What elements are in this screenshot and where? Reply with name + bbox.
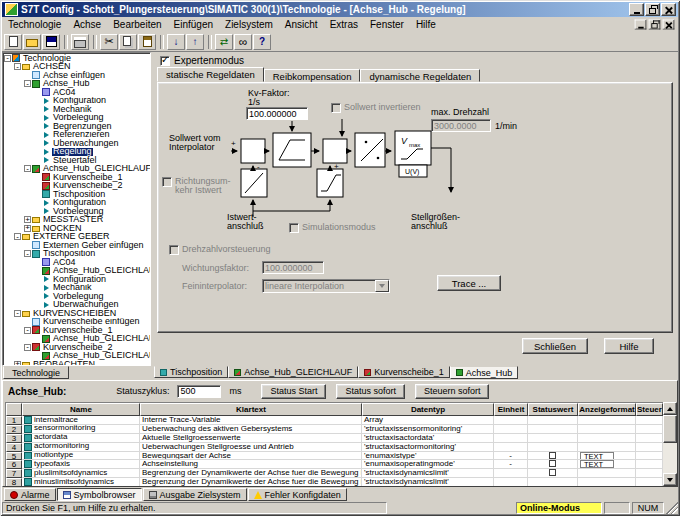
tree-item-ac04[interactable]: AC04 (3, 88, 150, 97)
tree-item-messtaster[interactable]: +MESSTASTER (3, 216, 150, 225)
expander-icon[interactable]: + (24, 216, 31, 223)
menu-item-fenster[interactable]: Fenster (364, 18, 410, 31)
document-tab-achse-hub-gleichlauf[interactable]: Achse_Hub_GLEICHLAUF (228, 366, 358, 378)
tree-item-berwachungen[interactable]: Überwachungen (3, 301, 150, 310)
expander-icon[interactable]: - (4, 55, 11, 62)
scrollbar-thumb[interactable] (663, 415, 677, 443)
upload-from-target-button[interactable] (186, 34, 204, 50)
menu-item-bearbeiten[interactable]: Bearbeiten (107, 18, 167, 31)
variable-name-cell[interactable]: internaltrace (22, 416, 140, 425)
tree-item-ac04[interactable]: AC04 (3, 258, 150, 267)
menu-item-einf-gen[interactable]: Einfügen (168, 18, 219, 31)
tree-item-kurvenscheibe-1[interactable]: Kurvenscheibe_1 (3, 173, 150, 182)
menu-item-ansicht[interactable]: Ansicht (279, 18, 324, 31)
statuswert-checkbox[interactable] (549, 469, 556, 476)
anzeigeformat-value[interactable]: TEXT (580, 452, 614, 460)
column-header-klartext[interactable]: Klartext (140, 403, 362, 416)
button-status-sofort[interactable]: Status sofort (336, 384, 405, 399)
expander-icon[interactable]: - (24, 327, 31, 334)
tree-item-externen-geber-einf-gen[interactable]: Externen Geber einfügen (3, 241, 150, 250)
tree-item-externe-geber[interactable]: -EXTERNE GEBER (3, 233, 150, 242)
variable-name-cell[interactable]: sensormonitoring (22, 425, 140, 434)
tree-item-kurvenscheibe-einf-gen[interactable]: Kurvenscheibe einfügen (3, 318, 150, 327)
monitor-button[interactable] (234, 34, 252, 50)
panel-tab-ausgabe-zielsystem[interactable]: Ausgabe Zielsystem (143, 488, 247, 501)
scroll-up-icon[interactable] (663, 402, 677, 415)
new-document-button[interactable] (4, 34, 22, 50)
tree-item-konfiguration[interactable]: Konfiguration (3, 275, 150, 284)
column-header-steuern[interactable]: Steuern (636, 403, 663, 416)
scroll-down-icon[interactable] (663, 473, 677, 486)
tree-item-achse-hub-gleichlauf[interactable]: Achse_Hub_GLEICHLAUF (3, 267, 150, 276)
panel-tab-symbolbrowser[interactable]: Symbolbrowser (57, 488, 142, 501)
restore-button[interactable] (645, 3, 660, 16)
help-button[interactable] (253, 34, 271, 50)
expander-icon[interactable]: - (24, 165, 31, 172)
menu-item-hilfe[interactable]: Hilfe (410, 18, 442, 31)
variable-name-cell[interactable]: typeofaxis (22, 460, 140, 469)
tree-item-achse-einf-gen[interactable]: Achse einfügen (3, 71, 150, 80)
tree-item-kurvenscheibe-2[interactable]: -Kurvenscheibe_2 (3, 343, 150, 352)
trace-button[interactable]: Trace ... (437, 275, 501, 291)
tab-statische-regeldaten[interactable]: statische Regeldaten (157, 67, 264, 82)
save-button[interactable] (42, 34, 60, 50)
tree-item-berwachungen[interactable]: Überwachungen (3, 139, 150, 148)
minimize-button[interactable] (629, 3, 644, 16)
hilfe-button[interactable]: Hilfe (604, 338, 654, 354)
tree-item-tischposition[interactable]: Tischposition (3, 190, 150, 199)
expander-icon[interactable]: - (24, 250, 31, 257)
table-scrollbar[interactable] (663, 402, 677, 486)
menu-item-zielsystem[interactable]: Zielsystem (219, 18, 279, 31)
expander-icon[interactable]: - (24, 344, 31, 351)
column-header-datentyp[interactable]: Datentyp (362, 403, 494, 416)
download-to-target-button[interactable] (167, 34, 185, 50)
tree-item-vorbelegung[interactable]: Vorbelegung (3, 207, 150, 216)
tree-item-regelung[interactable]: Regelung (3, 148, 150, 157)
statuswert-checkbox[interactable] (549, 460, 556, 467)
variable-name-cell[interactable]: minuslimitsofdynamics (22, 478, 140, 486)
go-online-button[interactable] (215, 34, 233, 50)
expander-icon[interactable]: - (14, 310, 21, 317)
cut-button[interactable] (100, 34, 118, 50)
statuswert-checkbox[interactable] (549, 452, 556, 459)
menu-item-extras[interactable]: Extras (324, 18, 364, 31)
tree-item-achse-hub-gleichlauf[interactable]: Achse_Hub_GLEICHLAUF (3, 335, 150, 344)
menu-item-achse[interactable]: Achse (67, 18, 107, 31)
schliessen-button[interactable]: Schließen (522, 338, 588, 354)
column-header-name[interactable]: Name (22, 403, 140, 416)
child-minimize-button[interactable] (635, 20, 647, 30)
tree-item-kurvenscheibe-1[interactable]: -Kurvenscheibe_1 (3, 326, 150, 335)
column-header-anzeigeformat[interactable]: Anzeigeformat (578, 403, 636, 416)
child-close-button[interactable] (663, 20, 675, 30)
tree-item-tischposition[interactable]: -Tischposition (3, 250, 150, 259)
tree-item-vorbelegung[interactable]: Vorbelegung (3, 114, 150, 123)
menu-item-technologie[interactable]: Technologie (2, 18, 67, 31)
expander-icon[interactable]: - (14, 233, 21, 240)
document-tab-kurvenscheibe-1[interactable]: Kurvenscheibe_1 (358, 366, 450, 378)
tree-item-referenzieren[interactable]: Referenzieren (3, 131, 150, 140)
statuszyklus-input[interactable] (177, 385, 221, 398)
variable-name-cell[interactable]: pluslimitsofdynamics (22, 469, 140, 478)
panel-tab-alarme[interactable]: Alarme (4, 488, 56, 501)
tree-item-vorbelegung[interactable]: Vorbelegung (3, 292, 150, 301)
close-button[interactable] (661, 3, 676, 16)
tree-item-konfiguration[interactable]: Konfiguration (3, 97, 150, 106)
tab-dynamische-regeldaten[interactable]: dynamische Regeldaten (360, 69, 480, 82)
paste-button[interactable] (138, 34, 156, 50)
column-header-statuswert[interactable]: Statuswert (528, 403, 578, 416)
button-status-start[interactable]: Status Start (261, 384, 326, 399)
tree-item-mechanik[interactable]: Mechanik (3, 284, 150, 293)
document-tab-achse-hub[interactable]: Achse_Hub (450, 366, 519, 379)
scrollbar-track[interactable] (663, 415, 677, 473)
tab-reibkompensation[interactable]: Reibkompensation (264, 69, 361, 82)
variable-name-cell[interactable]: motiontype (22, 452, 140, 461)
resize-grip[interactable] (666, 502, 678, 514)
tree-item-nocken[interactable]: +NOCKEN (3, 224, 150, 233)
expander-icon[interactable]: + (24, 225, 31, 232)
print-button[interactable] (71, 34, 89, 50)
tree-item-kurvenscheiben[interactable]: -KURVENSCHEIBEN (3, 309, 150, 318)
open-project-button[interactable] (23, 34, 41, 50)
child-restore-button[interactable] (649, 20, 661, 30)
column-header-einheit[interactable]: Einheit (494, 403, 528, 416)
tree-item-achse-hub[interactable]: -Achse_Hub (3, 80, 150, 89)
